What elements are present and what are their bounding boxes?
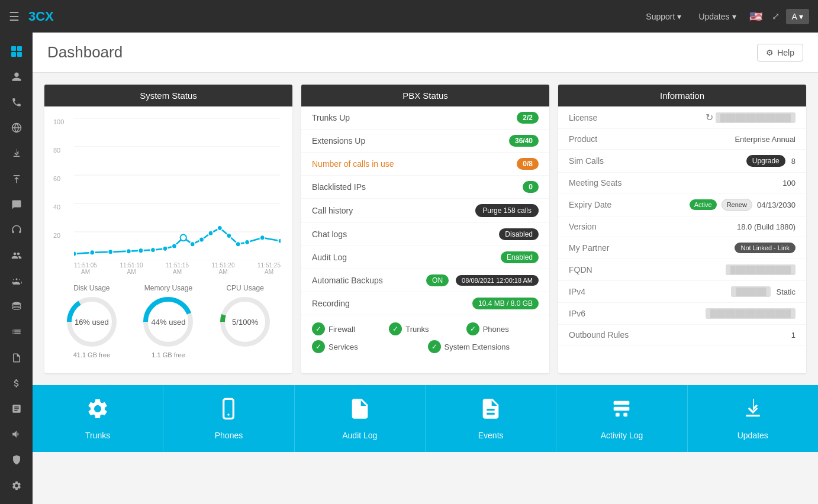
- sidebar-item-phones[interactable]: [5, 91, 28, 114]
- sidebar-item-database[interactable]: [5, 295, 28, 318]
- blacklisted-ips-row: Blacklisted IPs 0: [301, 176, 549, 199]
- firewall-check: ✓ Firewall: [312, 322, 384, 335]
- cards-row: System Status 100 80 60 40 20: [33, 73, 818, 373]
- help-icon: ⚙: [766, 48, 774, 57]
- upgrade-badge[interactable]: Upgrade: [746, 155, 785, 167]
- language-button[interactable]: 🇺🇸: [746, 7, 765, 26]
- svg-rect-0: [11, 46, 16, 51]
- recording-row: Recording 10.4 MB / 8.0 GB: [301, 292, 549, 315]
- sidebar-item-shield[interactable]: [5, 448, 28, 471]
- svg-rect-38: [614, 401, 630, 405]
- svg-point-24: [217, 225, 222, 231]
- sidebar-item-document[interactable]: [5, 346, 28, 369]
- trunks-up-badge: 2/2: [517, 112, 539, 124]
- activity-log-tile-label: Activity Log: [601, 431, 643, 440]
- chart-area: 100 80 60 40 20: [50, 112, 286, 278]
- audit-log-tile-icon: [348, 397, 372, 426]
- phones-check-icon: ✓: [466, 322, 479, 335]
- tile-updates[interactable]: Updates: [688, 385, 818, 452]
- system-ext-check-icon: ✓: [428, 340, 441, 353]
- tile-trunks[interactable]: Trunks: [33, 385, 163, 452]
- sidebar-item-download[interactable]: [5, 142, 28, 165]
- status-checks-row1: ✓ Firewall ✓ Trunks ✓ Phones: [301, 315, 549, 340]
- pbx-status-header: PBX Status: [301, 85, 549, 106]
- memory-usage-circle: 44% used: [141, 295, 195, 348]
- cpu-usage-circle: 5/100%: [218, 295, 272, 348]
- help-button[interactable]: ⚙ Help: [757, 44, 803, 62]
- expand-button[interactable]: ⤢: [768, 7, 783, 25]
- refresh-icon[interactable]: ↻: [706, 112, 713, 123]
- audit-log-badge: Enabled: [501, 251, 539, 263]
- disk-usage-item: Disk Usage 16% used 41.1 GB free: [65, 284, 118, 358]
- sidebar-item-list[interactable]: [5, 321, 28, 344]
- purge-calls-button[interactable]: Purge 158 calls: [475, 204, 539, 217]
- svg-rect-2: [11, 52, 16, 57]
- svg-point-26: [236, 241, 240, 247]
- page-title: Dashboard: [47, 43, 123, 62]
- disk-usage-circle: 16% used: [65, 295, 118, 348]
- information-header: Information: [558, 85, 806, 106]
- sidebar-item-chat[interactable]: [5, 193, 28, 216]
- user-menu-button[interactable]: A ▾: [786, 9, 809, 24]
- topnav-right: Support ▾ Updates ▾ 🇺🇸 ⤢ A ▾: [639, 7, 809, 26]
- sidebar-item-settings[interactable]: [5, 474, 28, 497]
- services-check-icon: ✓: [312, 340, 325, 353]
- chart-svg: [74, 118, 281, 260]
- svg-point-13: [90, 250, 95, 256]
- call-history-row: Call history Purge 158 calls: [301, 199, 549, 223]
- chevron-down-icon: ▾: [799, 12, 803, 21]
- not-linked-badge[interactable]: Not Linked - Link: [735, 243, 796, 253]
- events-tile-icon: [479, 397, 503, 426]
- app-body: Dashboard ⚙ Help System Status 100 80 60…: [0, 33, 818, 504]
- svg-rect-40: [616, 413, 620, 417]
- sidebar-item-headset[interactable]: [5, 218, 28, 241]
- svg-point-37: [228, 413, 230, 415]
- sidebar-item-upload[interactable]: [5, 167, 28, 190]
- svg-rect-39: [614, 407, 630, 411]
- support-button[interactable]: Support ▾: [639, 8, 688, 25]
- updates-button[interactable]: Updates ▾: [691, 8, 743, 25]
- tile-audit-log[interactable]: Audit Log: [295, 385, 426, 452]
- svg-point-20: [181, 234, 186, 241]
- sidebar: [0, 33, 33, 504]
- sidebar-item-billing[interactable]: [5, 371, 28, 395]
- svg-point-18: [163, 246, 168, 251]
- tile-events[interactable]: Events: [426, 385, 556, 452]
- blacklisted-ips-badge: 0: [523, 181, 539, 193]
- sidebar-item-dashboard[interactable]: [5, 40, 28, 63]
- svg-point-28: [260, 235, 265, 240]
- phones-check: ✓ Phones: [466, 322, 539, 335]
- svg-point-25: [227, 233, 231, 238]
- renew-badge[interactable]: Renew: [722, 199, 752, 211]
- auto-backups-on-badge: ON: [426, 274, 449, 286]
- sidebar-item-group[interactable]: [5, 244, 28, 267]
- tile-phones[interactable]: Phones: [163, 385, 294, 452]
- extensions-up-row: Extensions Up 36/40: [301, 130, 549, 153]
- sim-calls-row: Sim Calls Upgrade 8: [558, 150, 806, 173]
- svg-rect-36: [224, 399, 234, 418]
- sidebar-item-biggroup[interactable]: [5, 270, 28, 293]
- dashboard-header: Dashboard ⚙ Help: [33, 33, 818, 73]
- svg-point-12: [74, 251, 76, 257]
- svg-point-19: [172, 244, 176, 249]
- svg-point-29: [278, 238, 281, 244]
- svg-rect-3: [17, 52, 22, 57]
- cpu-usage-item: CPU Usage 5/100%: [218, 284, 272, 358]
- auto-backups-row: Automatic Backups ON 08/08/2021 12:00:18…: [301, 269, 549, 292]
- sidebar-item-reports[interactable]: [5, 397, 28, 420]
- calls-in-use-badge: 0/8: [517, 158, 539, 170]
- chevron-down-icon: ▾: [732, 12, 736, 21]
- sidebar-item-users[interactable]: [5, 65, 28, 88]
- ipv4-row: IPv4 ██████ Static: [558, 281, 806, 303]
- tile-activity-log[interactable]: Activity Log: [556, 385, 687, 452]
- svg-point-23: [208, 231, 213, 236]
- updates-tile-label: Updates: [738, 431, 768, 440]
- chat-logs-row: Chat logs Disabled: [301, 223, 549, 246]
- sidebar-item-globe[interactable]: [5, 117, 28, 140]
- svg-point-14: [108, 249, 112, 254]
- audit-log-tile-label: Audit Log: [342, 431, 377, 440]
- sidebar-item-volume[interactable]: [5, 423, 28, 446]
- hamburger-icon[interactable]: ☰: [9, 9, 20, 24]
- version-row: Version 18.0 (Build 1880): [558, 217, 806, 237]
- chat-logs-badge: Disabled: [499, 228, 539, 240]
